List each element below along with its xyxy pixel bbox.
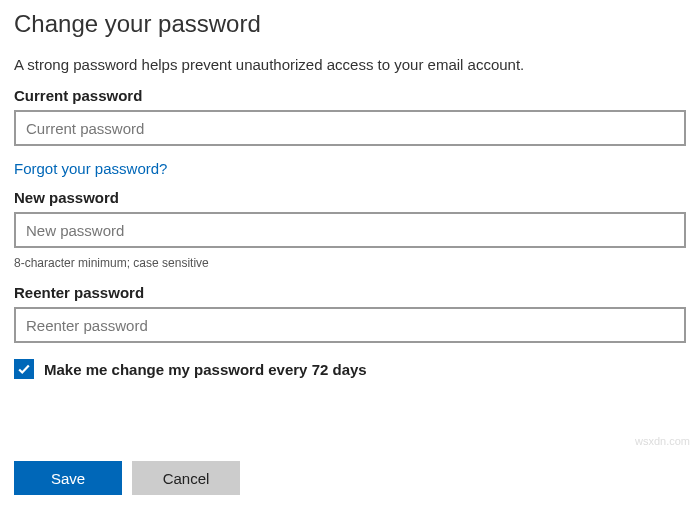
reenter-password-block: Reenter password (14, 284, 686, 343)
current-password-label: Current password (14, 87, 686, 104)
forgot-password-link[interactable]: Forgot your password? (14, 160, 167, 177)
expire-checkbox-row: Make me change my password every 72 days (14, 359, 686, 379)
page-description: A strong password helps prevent unauthor… (14, 56, 686, 73)
watermark: wsxdn.com (635, 435, 690, 447)
cancel-button[interactable]: Cancel (132, 461, 240, 495)
new-password-label: New password (14, 189, 686, 206)
save-button[interactable]: Save (14, 461, 122, 495)
expire-checkbox-label: Make me change my password every 72 days (44, 361, 367, 378)
new-password-input[interactable] (14, 212, 686, 248)
button-row: Save Cancel (14, 461, 240, 495)
current-password-block: Current password (14, 87, 686, 146)
expire-checkbox[interactable] (14, 359, 34, 379)
reenter-password-label: Reenter password (14, 284, 686, 301)
check-icon (17, 362, 31, 376)
current-password-input[interactable] (14, 110, 686, 146)
new-password-hint: 8-character minimum; case sensitive (14, 256, 686, 270)
page-title: Change your password (14, 10, 686, 38)
new-password-block: New password (14, 189, 686, 248)
reenter-password-input[interactable] (14, 307, 686, 343)
